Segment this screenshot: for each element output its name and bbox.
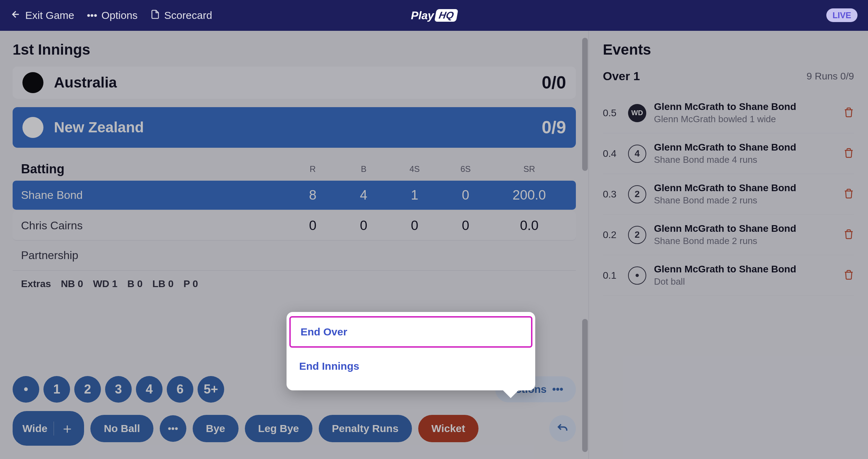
- stat-runs: 0: [287, 218, 338, 233]
- batting-header-label: Batting: [21, 162, 287, 176]
- event-desc: Shane Bond made 2 runs: [654, 236, 836, 246]
- innings-title: 1st Innings: [13, 41, 576, 58]
- scorecard-button[interactable]: Scorecard: [150, 9, 212, 22]
- col-sr: SR: [491, 164, 567, 174]
- end-over-menu-item[interactable]: End Over: [289, 316, 532, 348]
- delete-event-button[interactable]: [843, 188, 854, 200]
- stat-sixes: 0: [440, 218, 491, 233]
- run-2-button[interactable]: 2: [74, 376, 101, 403]
- col-balls: B: [338, 164, 389, 174]
- scrollbar[interactable]: [581, 31, 588, 459]
- popup-arrow: [502, 390, 519, 398]
- event-row: 0.1 Glenn McGrath to Shane Bond Dot ball: [603, 255, 854, 296]
- wide-button[interactable]: Wide ＋: [13, 411, 84, 446]
- event-title: Glenn McGrath to Shane Bond: [654, 101, 836, 112]
- event-desc: Shane Bond made 4 runs: [654, 154, 836, 165]
- more-dots-icon: •••: [168, 423, 178, 434]
- event-circle-wide: WD: [628, 104, 646, 122]
- run-dot-button[interactable]: •: [13, 376, 39, 403]
- team-card-new-zealand[interactable]: New Zealand 0/9: [13, 107, 576, 148]
- wicket-button[interactable]: Wicket: [418, 415, 478, 442]
- undo-button[interactable]: [549, 415, 576, 442]
- event-row: 0.3 2 Glenn McGrath to Shane Bond Shane …: [603, 174, 854, 215]
- extras-lb: LB 0: [152, 278, 174, 290]
- run-1-button[interactable]: 1: [43, 376, 70, 403]
- team-score: 0/9: [542, 117, 566, 138]
- scrollbar-thumb[interactable]: [582, 38, 588, 171]
- actions-popup-menu: End Over End Innings: [287, 312, 535, 390]
- extras-wd: WD 1: [93, 278, 117, 290]
- partnership-row: Partnership: [13, 242, 576, 271]
- stat-fours: 0: [389, 218, 440, 233]
- trash-icon: [843, 229, 854, 239]
- noball-button[interactable]: No Ball: [90, 415, 153, 442]
- event-text: Glenn McGrath to Shane Bond Shane Bond m…: [654, 182, 836, 206]
- team-dot: [22, 117, 43, 138]
- event-row: 0.5 WD Glenn McGrath to Shane Bond Glenn…: [603, 93, 854, 133]
- arrow-left-icon: [11, 9, 21, 22]
- trash-icon: [843, 107, 854, 118]
- stat-fours: 1: [389, 188, 440, 203]
- team-card-australia[interactable]: Australia 0/0: [13, 67, 576, 99]
- delete-event-button[interactable]: [843, 229, 854, 241]
- trash-icon: [843, 148, 854, 158]
- event-text: Glenn McGrath to Shane Bond Dot ball: [654, 264, 836, 287]
- team-name: Australia: [54, 74, 542, 91]
- bye-button[interactable]: Bye: [193, 415, 239, 442]
- trash-icon: [843, 188, 854, 199]
- live-badge: LIVE: [826, 8, 857, 22]
- extras-p: P 0: [184, 278, 198, 290]
- exit-game-button[interactable]: Exit Game: [11, 9, 74, 22]
- event-desc: Glenn McGrath bowled 1 wide: [654, 114, 836, 125]
- stat-sixes: 0: [440, 188, 491, 203]
- event-row: 0.4 4 Glenn McGrath to Shane Bond Shane …: [603, 133, 854, 174]
- events-title: Events: [603, 41, 854, 58]
- scrollbar-thumb[interactable]: [582, 319, 588, 452]
- event-text: Glenn McGrath to Shane Bond Glenn McGrat…: [654, 101, 836, 125]
- over-label: Over 1: [603, 69, 807, 83]
- run-4-button[interactable]: 4: [136, 376, 163, 403]
- event-title: Glenn McGrath to Shane Bond: [654, 223, 836, 234]
- batter-name: Chris Cairns: [21, 219, 287, 232]
- end-innings-menu-item[interactable]: End Innings: [287, 350, 535, 382]
- penalty-button[interactable]: Penalty Runs: [319, 415, 412, 442]
- event-desc: Dot ball: [654, 276, 836, 287]
- logo-badge: HQ: [434, 9, 458, 22]
- event-title: Glenn McGrath to Shane Bond: [654, 264, 836, 275]
- batter-row[interactable]: Chris Cairns 0 0 0 0 0.0: [13, 211, 576, 241]
- navbar-logo: Play HQ: [411, 9, 457, 22]
- more-dots-icon: •••: [552, 383, 563, 395]
- noball-label: No Ball: [104, 423, 140, 434]
- run-6-button[interactable]: 6: [167, 376, 193, 403]
- top-navbar: Exit Game ••• Options Scorecard Play HQ …: [0, 0, 868, 31]
- event-title: Glenn McGrath to Shane Bond: [654, 182, 836, 194]
- document-icon: [150, 9, 160, 22]
- stat-sr: 0.0: [491, 218, 567, 233]
- trash-icon: [843, 270, 854, 280]
- team-score: 0/0: [542, 72, 566, 93]
- logo-text: Play: [411, 9, 434, 22]
- batter-name: Shane Bond: [21, 189, 287, 202]
- navbar-left: Exit Game ••• Options Scorecard: [11, 9, 212, 22]
- plus-icon: ＋: [60, 419, 74, 438]
- run-3-button[interactable]: 3: [105, 376, 132, 403]
- event-title: Glenn McGrath to Shane Bond: [654, 142, 836, 153]
- content-area: 1st Innings Australia 0/0 New Zealand 0/…: [0, 31, 868, 459]
- team-name: New Zealand: [54, 119, 542, 136]
- options-label: Options: [101, 9, 137, 21]
- event-circle-dot: [628, 266, 646, 285]
- delete-event-button[interactable]: [843, 270, 854, 281]
- more-circle-button[interactable]: •••: [160, 415, 186, 442]
- batter-row-active[interactable]: Shane Bond 8 4 1 0 200.0: [13, 181, 576, 210]
- legbye-button[interactable]: Leg Bye: [245, 415, 312, 442]
- event-row: 0.2 2 Glenn McGrath to Shane Bond Shane …: [603, 215, 854, 255]
- run-5plus-button[interactable]: 5+: [198, 376, 224, 403]
- options-button[interactable]: ••• Options: [87, 9, 138, 21]
- delete-event-button[interactable]: [843, 148, 854, 160]
- extras-b: B 0: [127, 278, 143, 290]
- navbar-right: LIVE: [826, 11, 857, 20]
- delete-event-button[interactable]: [843, 107, 854, 119]
- extra-buttons-row: Wide ＋ No Ball ••• Bye Leg Bye Penalty R…: [13, 411, 576, 446]
- event-ball: 0.3: [603, 189, 620, 200]
- stat-sr: 200.0: [491, 188, 567, 203]
